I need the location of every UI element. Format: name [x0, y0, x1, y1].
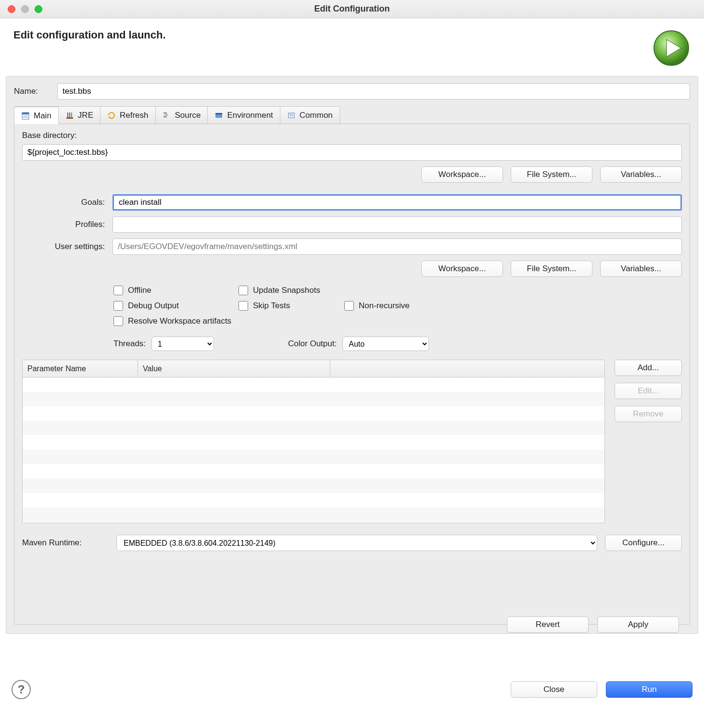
configure-button[interactable]: Configure...: [605, 535, 682, 551]
debug-output-checkbox[interactable]: [113, 301, 123, 311]
user-settings-input[interactable]: [113, 238, 682, 255]
common-tab-icon: [287, 111, 296, 120]
svg-rect-8: [69, 113, 70, 117]
resolve-workspace-label: Resolve Workspace artifacts: [128, 316, 231, 326]
edit-button: Edit...: [615, 383, 682, 399]
tab-refresh-label: Refresh: [120, 111, 149, 120]
threads-color-row: Threads: 1 Color Output: Auto: [113, 337, 682, 351]
help-icon[interactable]: ?: [12, 680, 31, 699]
window-controls: [0, 5, 42, 13]
revert-button[interactable]: Revert: [507, 616, 589, 633]
base-directory-input[interactable]: [22, 144, 682, 161]
parameter-table-area: Parameter Name Value: [22, 360, 682, 523]
color-output-label: Color Output:: [288, 339, 337, 349]
filesystem-button[interactable]: File System...: [511, 166, 592, 183]
user-settings-label: User settings:: [22, 242, 109, 251]
parameter-table[interactable]: Parameter Name Value: [22, 360, 605, 523]
table-row: [23, 392, 604, 406]
apply-button[interactable]: Apply: [597, 616, 679, 633]
base-directory-label: Base directory:: [22, 131, 682, 140]
table-row: [23, 478, 604, 493]
table-row: [23, 493, 604, 507]
name-row: Name:: [14, 83, 690, 100]
config-panel: Name: Main JRE Refresh Source: [6, 76, 698, 634]
window-titlebar: Edit Configuration: [0, 0, 704, 18]
col-value[interactable]: Value: [138, 360, 330, 377]
window-title: Edit Configuration: [314, 4, 390, 14]
tab-body: Base directory: Workspace... File System…: [14, 124, 690, 625]
svg-rect-13: [163, 116, 167, 117]
offline-label: Offline: [128, 286, 151, 295]
table-row: [23, 377, 604, 392]
maven-runtime-row: Maven Runtime: EMBEDDED (3.8.6/3.8.604.2…: [22, 535, 682, 551]
tab-source-label: Source: [175, 111, 201, 120]
close-window-icon[interactable]: [8, 5, 15, 13]
table-row: [23, 507, 604, 522]
table-row: [23, 464, 604, 478]
maximize-window-icon[interactable]: [35, 5, 42, 13]
col-empty: [330, 360, 604, 377]
tab-common[interactable]: Common: [280, 107, 339, 124]
main-tab-icon: [21, 112, 30, 120]
tab-main-label: Main: [34, 111, 51, 121]
table-row: [23, 435, 604, 450]
jre-tab-icon: [65, 111, 74, 120]
svg-marker-10: [108, 116, 110, 118]
svg-rect-7: [67, 113, 68, 117]
variables-button[interactable]: Variables...: [600, 166, 682, 183]
apply-revert-row: Revert Apply: [0, 608, 691, 637]
goals-label: Goals:: [22, 198, 109, 207]
svg-rect-12: [164, 114, 168, 115]
non-recursive-checkbox[interactable]: [344, 301, 354, 311]
tab-strip: Main JRE Refresh Source Environment: [14, 106, 340, 124]
run-button[interactable]: Run: [606, 681, 692, 698]
tab-main[interactable]: Main: [14, 106, 59, 124]
skip-tests-checkbox[interactable]: [239, 301, 248, 311]
workspace-button[interactable]: Workspace...: [421, 166, 503, 183]
svg-rect-11: [163, 113, 167, 113]
filesystem-button-2[interactable]: File System...: [511, 261, 592, 277]
variables-button-2[interactable]: Variables...: [600, 261, 682, 277]
svg-rect-6: [66, 117, 73, 119]
user-settings-buttons: Workspace... File System... Variables...: [22, 261, 682, 277]
environment-tab-icon: [214, 111, 223, 120]
refresh-tab-icon: [107, 111, 116, 120]
col-parameter-name[interactable]: Parameter Name: [23, 360, 138, 377]
name-label: Name:: [14, 87, 50, 96]
base-dir-buttons: Workspace... File System... Variables...: [22, 166, 682, 183]
color-output-select[interactable]: Auto: [342, 337, 429, 351]
tab-source[interactable]: Source: [156, 107, 208, 124]
workspace-button-2[interactable]: Workspace...: [421, 261, 503, 277]
dialog-footer: ? Close Run: [0, 665, 704, 709]
maven-runtime-label: Maven Runtime:: [22, 538, 109, 548]
run-icon: [652, 29, 691, 67]
maven-runtime-select[interactable]: EMBEDDED (3.8.6/3.8.604.20221130-2149): [116, 535, 597, 551]
table-row: [23, 421, 604, 435]
update-snapshots-label: Update Snapshots: [253, 286, 320, 295]
offline-checkbox[interactable]: [113, 286, 123, 295]
threads-label: Threads:: [113, 339, 146, 349]
table-row: [23, 450, 604, 464]
table-header: Parameter Name Value: [23, 360, 604, 377]
profiles-input[interactable]: [113, 216, 682, 233]
svg-rect-3: [22, 113, 29, 114]
add-button[interactable]: Add...: [615, 360, 682, 376]
threads-select[interactable]: 1: [151, 337, 214, 351]
svg-rect-16: [289, 113, 294, 118]
tab-refresh[interactable]: Refresh: [101, 107, 156, 124]
source-tab-icon: [163, 111, 171, 120]
tab-environment[interactable]: Environment: [208, 107, 280, 124]
debug-output-label: Debug Output: [128, 301, 179, 311]
name-input[interactable]: [57, 83, 690, 100]
minimize-window-icon: [21, 5, 29, 13]
non-recursive-label: Non-recursive: [359, 301, 410, 311]
goals-input[interactable]: [113, 194, 682, 211]
close-button[interactable]: Close: [511, 681, 597, 698]
dialog-subtitle: Edit configuration and launch.: [13, 29, 166, 41]
update-snapshots-checkbox[interactable]: [239, 286, 248, 295]
resolve-workspace-checkbox[interactable]: [113, 316, 123, 326]
tab-jre[interactable]: JRE: [59, 107, 101, 124]
tab-jre-label: JRE: [78, 111, 93, 120]
svg-rect-15: [215, 113, 222, 114]
dialog-header: Edit configuration and launch.: [0, 18, 704, 76]
